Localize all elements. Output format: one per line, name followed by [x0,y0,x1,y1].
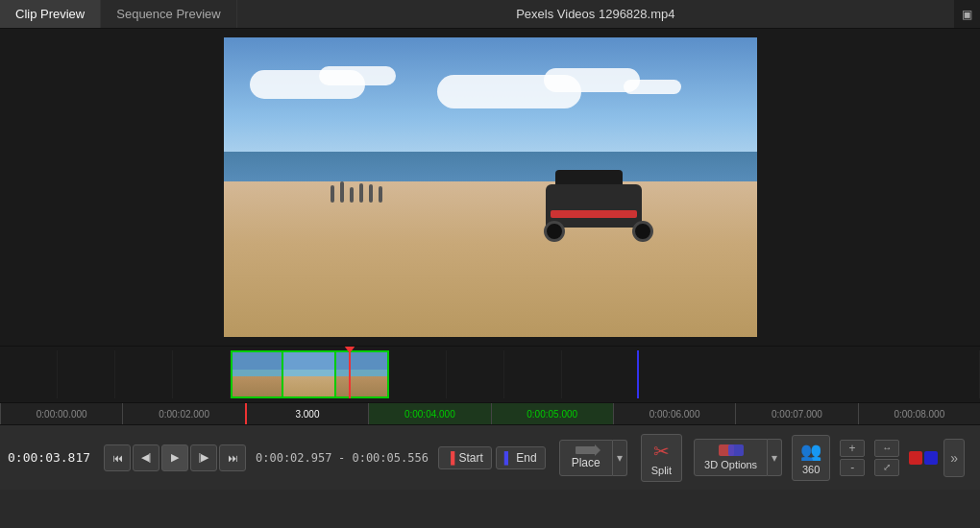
place-button-group: Place ▾ [559,440,627,476]
header-title-area: Pexels Videos 1296828.mp4 [237,0,954,28]
tab-clip-preview[interactable]: Clip Preview [0,0,101,28]
playback-controls: ⏮ ◀| ▶ |▶ ⏭ [104,444,246,471]
controls-bar: 0:00:03.817 ⏮ ◀| ▶ |▶ ⏭ 0:00:02.957 - 0:… [0,424,980,490]
person-6 [379,186,382,203]
vehicle-element [536,170,661,247]
playhead-triangle [344,346,355,353]
set-end-button[interactable]: ▌ End [496,446,546,469]
playhead [349,350,351,398]
thumb-segment-selected-1 [231,350,283,398]
person-4 [359,183,363,203]
out-point-display: - 0:00:05.556 [338,451,429,465]
end-label: End [516,451,536,465]
thumb-segment-5 [447,350,504,398]
step-back-button[interactable]: ◀| [133,444,159,471]
3d-options-button[interactable]: 3D Options [694,439,768,476]
step-forward-button[interactable]: |▶ [190,444,217,471]
tc-7: 0:00:08.000 [858,403,980,424]
tc-5: 0:00:06.000 [613,403,735,424]
blue-square [924,451,938,465]
thumb-segment-3 [173,350,231,398]
video-frame [224,37,757,337]
expand-button[interactable]: ⤢ [874,459,899,476]
cloud-2 [319,66,396,85]
thumb-segment-selected-3 [336,350,389,398]
split-label: Split [651,465,672,476]
tc-playhead: 3.000 [245,403,368,424]
red-square [909,451,922,465]
thumb-segment-1 [58,350,115,398]
thumb-segment-selected-2 [283,350,336,398]
vehicle-accent [551,210,637,218]
header-corner-button[interactable]: ▣ [954,0,980,28]
split-button[interactable]: ✂ Split [641,434,682,482]
person-5 [369,184,373,203]
person-2 [340,181,344,203]
thumb-segment-4 [389,350,447,398]
color-squares [909,451,938,465]
place-label: Place [572,456,600,469]
in-point-marker [637,350,639,398]
tc-1: 0:00:02.000 [122,403,244,424]
more-options-button[interactable]: » [943,439,965,477]
3d-options-label: 3D Options [704,459,757,470]
start-marker-icon: ▐ [447,451,455,465]
cloud-5 [624,80,681,94]
video-preview-area [0,29,980,346]
3d-options-group: 3D Options ▾ [694,439,782,476]
360-button[interactable]: 👥 360 [792,435,830,481]
thumb-segment-2 [115,350,173,398]
in-point-display: 0:00:02.957 [256,451,332,465]
thumb-segment-6 [504,350,562,398]
clouds-element [224,61,757,152]
header-tabs: Clip Preview Sequence Preview Pexels Vid… [0,0,980,29]
tc-0: 0:00:00.000 [0,403,122,424]
timecode-ruler: 0:00:00.000 0:00:02.000 3.000 0:00:04.00… [0,403,980,424]
skip-to-end-button[interactable]: ⏭ [219,444,246,471]
current-timecode-display: 0:00:03.817 [8,450,94,465]
options-chevron-icon: ▾ [772,451,777,465]
timeline-thumbnails [0,350,980,398]
fit-button[interactable]: ↔ [874,440,899,457]
thumb-segment-7 [562,350,980,398]
vehicle-wheel-right [632,221,653,242]
place-button[interactable]: Place [559,440,613,476]
in-out-section: ▐ Start ▌ End [438,446,546,469]
clip-preview-label: Clip Preview [15,7,85,21]
timeline-strip[interactable] [0,346,980,403]
people-element [331,181,382,203]
person-1 [331,185,334,203]
fit-controls: ↔ ⤢ [874,440,899,476]
anaglyph-right [728,444,744,456]
person-3 [350,187,354,203]
tab-sequence-preview[interactable]: Sequence Preview [101,0,236,28]
360-label: 360 [802,464,820,475]
play-button[interactable]: ▶ [161,444,188,471]
360-icon: 👥 [800,441,821,462]
tc-6: 0:00:07.000 [735,403,857,424]
zoom-out-button[interactable]: - [840,459,865,476]
vehicle-wheel-left [544,221,565,242]
set-start-button[interactable]: ▐ Start [438,446,492,469]
sand-element [224,181,757,337]
beach-scene [224,37,757,337]
place-dropdown-arrow[interactable]: ▾ [613,440,627,476]
3d-options-dropdown[interactable]: ▾ [768,439,782,476]
start-label: Start [458,451,482,465]
file-name-display: Pexels Videos 1296828.mp4 [516,7,674,21]
chevron-down-icon: ▾ [617,451,623,465]
scissors-icon: ✂ [653,440,670,463]
tc-4: 0:00:05.000 [491,403,613,424]
thumb-segment-0 [0,350,58,398]
zoom-controls: + - [840,440,865,476]
sequence-preview-label: Sequence Preview [116,7,220,21]
zoom-in-button[interactable]: + [840,440,865,457]
skip-to-start-button[interactable]: ⏮ [104,444,131,471]
end-marker-icon: ▌ [504,451,513,465]
tc-3: 0:00:04.000 [368,403,490,424]
place-icon [576,446,597,454]
anaglyph-icon [719,444,744,456]
